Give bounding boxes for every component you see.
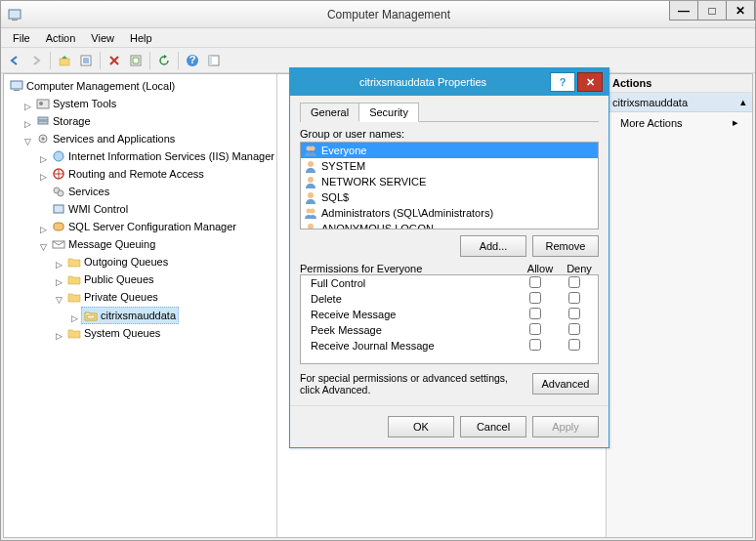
collapse-icon: ▴ [740,96,746,108]
deny-checkbox[interactable] [568,276,580,288]
group-user-list[interactable]: Everyone SYSTEM NETWORK SERVICE SQL$ Adm… [300,142,599,229]
svg-rect-24 [54,205,63,213]
expander-icon[interactable]: ▷ [23,99,32,107]
expander-icon[interactable]: ▷ [55,257,63,266]
expander-icon[interactable]: ▽ [23,134,32,143]
tree-system-queues[interactable]: System Queues [65,325,162,341]
close-button[interactable]: ✕ [726,1,755,21]
help-button[interactable]: ? [183,51,202,70]
tree-pane[interactable]: Computer Management (Local) ▷System Tool… [4,74,277,537]
actions-context[interactable]: citrixsmauddata▴ [607,93,752,112]
show-hide-button[interactable] [204,51,224,70]
apply-button[interactable]: Apply [532,416,599,437]
export-button[interactable] [126,51,146,70]
menu-action[interactable]: Action [38,30,84,46]
deny-checkbox[interactable] [568,339,580,351]
tree-private[interactable]: Private Queues [65,289,160,305]
expander-icon[interactable]: ▷ [39,222,48,230]
svg-point-32 [308,192,314,198]
menu-view[interactable]: View [83,30,122,46]
app-icon [7,7,22,22]
tree-iis[interactable]: Internet Information Services (IIS) Mana… [50,148,276,164]
cancel-button[interactable]: Cancel [460,416,526,437]
svg-text:?: ? [189,54,196,65]
deny-checkbox[interactable] [568,323,580,335]
list-item[interactable]: SQL$ [301,189,598,205]
actions-pane: Actions citrixsmauddata▴ More Actions▸ [606,74,752,537]
tree-services[interactable]: Services [50,184,111,199]
tree-msmq[interactable]: Message Queuing [50,236,157,252]
sql-icon [52,221,65,232]
deny-checkbox[interactable] [568,292,580,304]
delete-button[interactable] [105,51,124,70]
properties-button[interactable] [76,51,96,70]
list-item[interactable]: Administrators (SQL\Administrators) [301,205,598,221]
allow-checkbox[interactable] [529,323,541,335]
actions-more[interactable]: More Actions▸ [607,112,752,133]
titlebar: Computer Management — □ ✕ [1,1,755,28]
queue-icon [84,310,98,321]
permissions-list[interactable]: Full Control Delete Receive Message Peek… [300,274,599,364]
dialog-close-button[interactable]: ✕ [577,72,603,92]
minimize-button[interactable]: — [669,1,698,21]
tree-wmi[interactable]: WMI Control [50,201,130,217]
expander-icon[interactable]: ▷ [39,169,48,178]
tree-public[interactable]: Public Queues [65,271,156,287]
svg-rect-1 [12,20,18,21]
expander-icon[interactable]: ▷ [23,116,32,125]
rras-icon [52,168,65,180]
permissions-label: Permissions for Everyone [300,263,521,274]
remove-button[interactable]: Remove [532,235,599,257]
expander-icon[interactable]: ▽ [55,292,63,301]
expander-icon[interactable]: ▷ [55,274,63,283]
svg-rect-13 [14,90,20,91]
allow-checkbox[interactable] [529,308,541,319]
dialog-title: citrixsmauddata Properties [296,76,550,88]
list-item[interactable]: ANONYMOUS LOGON [301,221,598,229]
list-item[interactable]: SYSTEM [301,158,598,174]
folder-icon [67,327,81,339]
tree-sqlcfg[interactable]: SQL Server Configuration Manager [50,219,238,234]
storage-icon [36,115,50,127]
tree-root[interactable]: Computer Management (Local) [8,78,177,94]
tree-services-apps[interactable]: Services and Applications [34,131,177,146]
tab-strip: General Security [300,102,599,122]
menu-file[interactable]: File [5,30,38,46]
deny-checkbox[interactable] [568,308,580,319]
tree-citrix[interactable]: citrixsmauddata [81,307,179,324]
expander-icon[interactable]: ▷ [70,311,79,319]
dialog-help-button[interactable]: ? [550,72,575,92]
back-button[interactable] [5,51,24,70]
list-item[interactable]: NETWORK SERVICE [301,174,598,189]
svg-rect-12 [11,81,22,89]
ok-button[interactable]: OK [388,416,454,437]
expander-icon[interactable]: ▷ [39,151,48,160]
folder-icon [67,291,81,303]
advanced-button[interactable]: Advanced [532,373,599,395]
tree-rras[interactable]: Routing and Remote Access [50,166,206,182]
maximize-button[interactable]: □ [697,1,727,21]
up-button[interactable] [55,51,74,70]
tab-security[interactable]: Security [358,103,419,122]
menu-help[interactable]: Help [122,30,160,46]
expander-icon[interactable]: ▽ [39,239,48,248]
allow-checkbox[interactable] [529,292,541,304]
tree-storage[interactable]: Storage [34,113,93,129]
svg-point-20 [54,151,63,161]
forward-button[interactable] [26,51,46,70]
tab-general[interactable]: General [300,103,359,122]
tree-system-tools[interactable]: System Tools [34,96,118,111]
dialog-titlebar[interactable]: citrixsmauddata Properties ? ✕ [290,68,609,96]
svg-point-23 [58,190,63,196]
user-icon [304,159,317,173]
window-title: Computer Management [22,8,755,21]
svg-rect-0 [9,10,21,19]
list-item[interactable]: Everyone [301,143,598,158]
expander-icon[interactable]: ▷ [55,328,63,337]
refresh-button[interactable] [154,51,174,70]
chevron-right-icon: ▸ [733,116,738,129]
allow-checkbox[interactable] [529,339,541,351]
tree-outgoing[interactable]: Outgoing Queues [65,254,170,270]
allow-checkbox[interactable] [529,276,541,288]
add-button[interactable]: Add... [460,235,526,257]
